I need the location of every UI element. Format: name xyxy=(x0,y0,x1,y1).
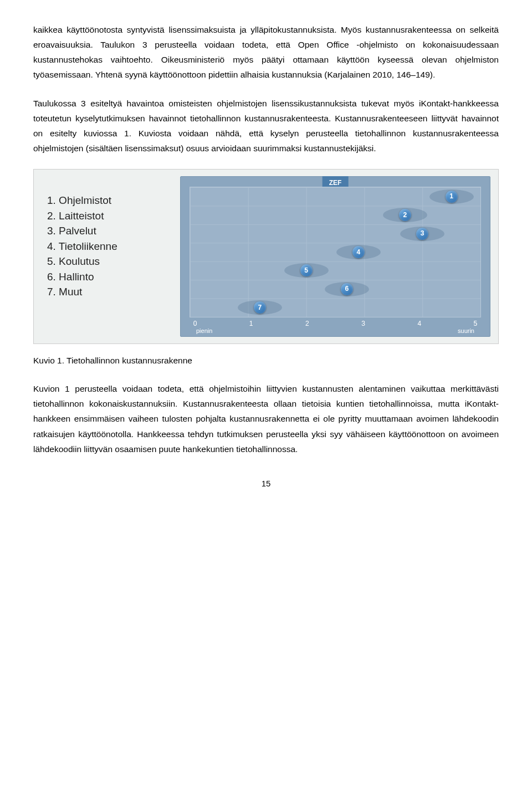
figure-1: 1. Ohjelmistot 2. Laitteistot 3. Palvelu… xyxy=(33,169,499,344)
chart-panel: ZEF 1234567 0 1 2 3 4 5 pienin suurin xyxy=(180,176,490,337)
legend-item-1: 1. Ohjelmistot xyxy=(47,193,175,208)
legend-item-7: 7. Muut xyxy=(47,284,175,300)
data-point-bubble-4: 4 xyxy=(352,246,365,258)
legend-item-5: 5. Koulutus xyxy=(47,254,175,269)
data-point-bubble-1: 1 xyxy=(446,191,458,203)
data-point-bubble-3: 3 xyxy=(416,228,428,240)
tick-4: 4 xyxy=(414,318,425,330)
legend-item-2: 2. Laitteistot xyxy=(47,208,175,224)
axis-label-min: pienin xyxy=(196,326,212,336)
figure-legend: 1. Ohjelmistot 2. Laitteistot 3. Palvelu… xyxy=(42,176,180,337)
page-number: 15 xyxy=(33,476,499,491)
legend-item-4: 4. Tietoliikenne xyxy=(47,239,175,254)
body-paragraph-2: Taulukossa 3 esiteltyä havaintoa omistei… xyxy=(33,96,499,156)
tick-3: 3 xyxy=(358,318,369,330)
axis-ticks: 0 1 2 3 4 5 xyxy=(190,318,481,330)
figure-caption: Kuvio 1. Tietohallinnon kustannusrakenne xyxy=(33,353,499,368)
data-point-bubble-7: 7 xyxy=(254,301,266,314)
data-point-bubble-2: 2 xyxy=(399,209,411,221)
data-point-bubble-5: 5 xyxy=(300,264,313,276)
legend-item-3: 3. Palvelut xyxy=(47,223,175,239)
tick-1: 1 xyxy=(245,318,257,330)
axis-label-max: suurin xyxy=(458,326,474,336)
tick-2: 2 xyxy=(301,318,313,330)
body-paragraph-1: kaikkea käyttöönotosta syntyvistä lisens… xyxy=(33,22,499,83)
body-paragraph-3: Kuvion 1 perusteella voidaan todeta, ett… xyxy=(33,381,499,457)
legend-item-6: 6. Hallinto xyxy=(47,269,175,285)
data-point-bubble-6: 6 xyxy=(341,283,353,295)
chart-grid: 1234567 xyxy=(190,187,481,317)
